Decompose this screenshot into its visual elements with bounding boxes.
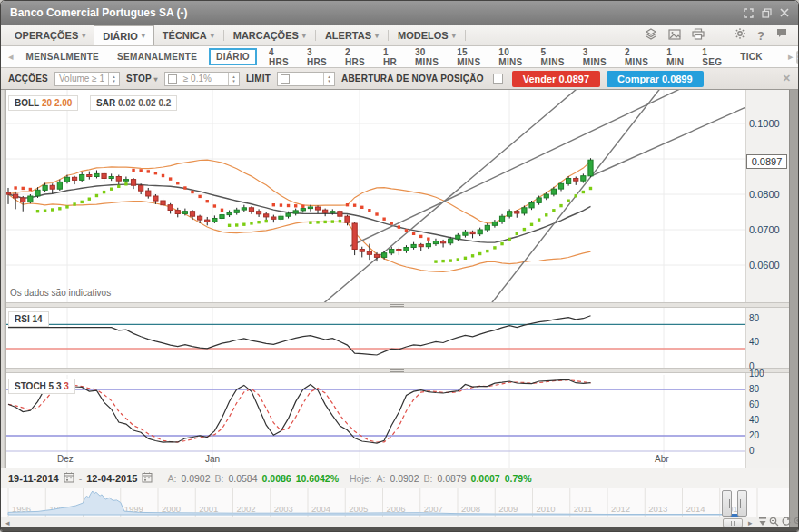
bid-label: B:	[215, 473, 224, 484]
navigator-year-label: 2011	[574, 504, 592, 514]
timeframe-5-mins[interactable]: 5 MINS	[535, 44, 571, 70]
limit-input[interactable]: ▴▾	[277, 72, 335, 86]
today-bid-value: 0.0879	[437, 473, 466, 484]
period-change-pct: 10.6042%	[296, 473, 339, 484]
timeframe-2-mins[interactable]: 2 MINS	[618, 44, 655, 70]
timeframe-1-hr[interactable]: 1 HR	[377, 44, 403, 70]
chart-scrollbar[interactable]: ◂ ▸	[1, 517, 789, 527]
date-from[interactable]: 19-11-2014	[8, 473, 59, 484]
price-chart[interactable]	[1, 90, 745, 302]
ask-label: A:	[167, 473, 176, 484]
boll-indicator-chip[interactable]: BOLL 20 2.00	[8, 95, 78, 111]
close-window-icon[interactable]	[780, 8, 789, 17]
bid-value: 0.0584	[228, 473, 257, 484]
timeframe-mensalmente[interactable]: MENSALMENTE	[20, 49, 106, 64]
fullscreen-icon[interactable]	[744, 8, 754, 18]
stoch-chart[interactable]: DezJanAbr	[1, 375, 745, 468]
feedback-flag-icon[interactable]	[775, 27, 787, 44]
menu-item-operações[interactable]: OPERAÇÕES▾	[6, 25, 94, 45]
trading-window: Banco Comercial Portugues SA (-) OPERAÇÕ…	[0, 0, 799, 532]
stop-label[interactable]: STOP ▾	[126, 74, 158, 84]
volume-stepper[interactable]: ▴▾	[108, 73, 119, 85]
timeframe-scroll-left-icon[interactable]: ◂	[5, 51, 17, 63]
range-handle-right[interactable]	[737, 490, 747, 517]
month-label: Dez	[57, 454, 74, 464]
timeframe-3-hrs[interactable]: 3 HRS	[301, 44, 333, 70]
stop-input[interactable]: ≥ 0.1% ▴▾	[164, 72, 240, 86]
range-handle-left[interactable]	[722, 490, 732, 517]
stop-value[interactable]: ≥ 0.1%	[180, 74, 215, 84]
timeframe-1-min[interactable]: 1 MIN	[660, 44, 690, 70]
menu-item-marcações[interactable]: MARCAÇÕES▾	[225, 25, 314, 45]
rsi-chart[interactable]	[1, 308, 745, 368]
stop-checkbox[interactable]	[168, 74, 177, 84]
price-axis[interactable]	[745, 90, 789, 468]
today-label: Hoje:	[350, 473, 372, 484]
rsi-indicator-chip[interactable]: RSI 14	[8, 311, 49, 327]
navigator-chart[interactable]: 1996199719981999200020012002200320042005…	[1, 488, 764, 517]
help-icon[interactable]: ?	[757, 29, 764, 43]
navigator-year-label: 2008	[461, 504, 480, 514]
timeframe-30-mins[interactable]: 30 MINS	[409, 44, 445, 70]
timeframe-bar: ◂ MENSALMENTESEMANALMENTEDIÁRIO4 HRS3 HR…	[1, 46, 798, 68]
rsi-tick: 80	[749, 313, 759, 323]
settings-gear-icon[interactable]	[734, 27, 746, 44]
date-to[interactable]: 12-04-2015	[86, 473, 137, 484]
timeframe-2-hrs[interactable]: 2 HRS	[339, 44, 371, 70]
new-position-checkbox[interactable]	[493, 74, 503, 84]
timeframe-diário[interactable]: DIÁRIO	[209, 48, 257, 65]
limit-stepper[interactable]: ▴▾	[323, 73, 334, 85]
stoch-tick: 0	[749, 446, 755, 456]
restore-window-icon[interactable]	[762, 8, 772, 18]
navigator-year-label: 2010	[537, 504, 556, 514]
timeframe-4-hrs[interactable]: 4 HRS	[262, 44, 295, 70]
timeframe-tick[interactable]: TICK	[734, 49, 769, 64]
menu-item-alertas[interactable]: ALERTAS▾	[317, 25, 387, 45]
navigator-year-label: 2004	[311, 504, 330, 514]
layers-icon[interactable]	[645, 27, 657, 44]
navigator-year-label: 2014	[686, 504, 705, 514]
sar-indicator-chip[interactable]: SAR 0.02 0.02 0.2	[90, 95, 177, 111]
splitter-grip-icon[interactable]	[390, 369, 404, 372]
menu-item-modelos[interactable]: MODELOS▾	[390, 25, 464, 45]
period-change: 0.0086	[262, 473, 291, 484]
history-navigator[interactable]: 1996199719981999200020012002200320042005…	[1, 488, 789, 517]
left-collapsed-splitter[interactable]	[1, 90, 6, 468]
timeframe-3-mins[interactable]: 3 MINS	[577, 44, 613, 70]
timeframe-1-seg[interactable]: 1 SEG	[695, 44, 728, 70]
window-title: Banco Comercial Portugues SA (-)	[10, 6, 188, 19]
candlesticks	[5, 158, 593, 261]
timeframe-10-mins[interactable]: 10 MINS	[492, 44, 528, 70]
stoch-tick: 100	[749, 369, 764, 379]
print-icon[interactable]	[692, 27, 705, 44]
volume-value[interactable]: Volume ≥ 1	[55, 74, 108, 84]
menu-item-técnica[interactable]: TÉCNICA▾	[154, 25, 222, 45]
limit-checkbox[interactable]	[281, 74, 290, 84]
menu-item-diário[interactable]: DIÁRIO▾	[94, 25, 154, 45]
stoch-tick: 40	[749, 415, 759, 425]
new-position-label: ABERTURA DE NOVA POSIÇÃO	[341, 74, 484, 84]
calendar-icon[interactable]	[142, 472, 153, 485]
panel-splitter-2[interactable]	[1, 368, 789, 373]
timeframe-scroll-right-icon[interactable]: ▸	[784, 51, 797, 63]
stoch-indicator-chip[interactable]: STOCH 5 3 3	[8, 379, 75, 394]
sell-button[interactable]: Vender 0.0897	[512, 71, 600, 87]
volume-input[interactable]: Volume ≥ 1 ▴▾	[54, 72, 120, 86]
timeframe-15-mins[interactable]: 15 MINS	[450, 44, 487, 70]
trend-lines	[321, 90, 745, 302]
splitter-grip-icon[interactable]	[390, 304, 404, 307]
right-gutter[interactable]	[789, 90, 799, 527]
stop-stepper[interactable]: ▴▾	[228, 73, 239, 85]
calendar-icon[interactable]	[64, 472, 74, 485]
orderbar-close-icon[interactable]: ✕	[783, 73, 791, 84]
navigator-year-label: 2002	[237, 504, 256, 514]
buy-button[interactable]: Comprar 0.0899	[607, 71, 704, 87]
timeframe-semanalmente[interactable]: SEMANALMENTE	[111, 49, 203, 64]
image-icon[interactable]	[668, 27, 681, 44]
scrollbar-thumb[interactable]	[723, 518, 743, 527]
title-bar[interactable]: Banco Comercial Portugues SA (-)	[1, 1, 798, 25]
price-tick: 0.0800	[749, 189, 780, 200]
disclaimer-text: Os dados são indicativos	[10, 288, 111, 298]
today-ask-value: 0.0902	[390, 473, 419, 484]
navigator-year-label: 2009	[498, 504, 518, 514]
